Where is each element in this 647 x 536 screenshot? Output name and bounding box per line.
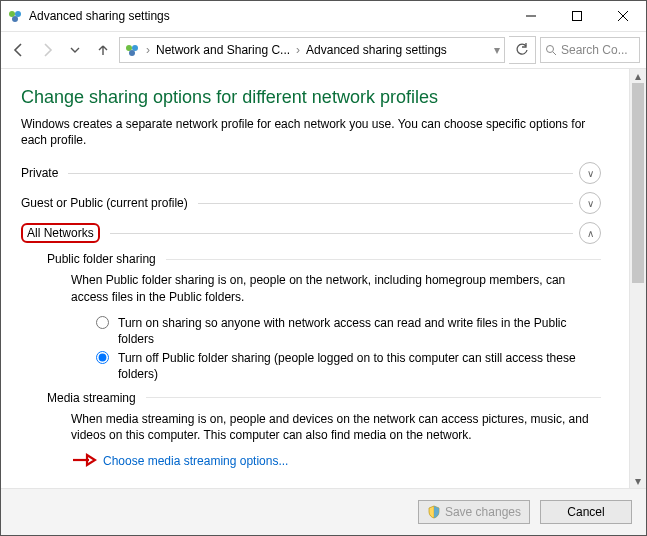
button-label: Cancel bbox=[567, 505, 604, 519]
control-panel-icon bbox=[7, 8, 23, 24]
svg-point-0 bbox=[9, 11, 15, 17]
radio-turn-off-public-sharing[interactable]: Turn off Public folder sharing (people l… bbox=[91, 350, 601, 382]
scroll-up-icon[interactable]: ▴ bbox=[630, 69, 646, 83]
svg-point-1 bbox=[15, 11, 21, 17]
refresh-button[interactable] bbox=[509, 36, 536, 64]
annotation-highlight: All Networks bbox=[21, 223, 100, 243]
nav-back-button[interactable] bbox=[7, 38, 31, 62]
vertical-scrollbar[interactable]: ▴ ▾ bbox=[629, 69, 646, 488]
svg-point-2 bbox=[12, 16, 18, 22]
radio-input[interactable] bbox=[96, 316, 109, 329]
nav-up-button[interactable] bbox=[91, 38, 115, 62]
control-panel-icon bbox=[124, 42, 140, 58]
section-label: All Networks bbox=[27, 226, 94, 240]
radio-label: Turn off Public folder sharing (people l… bbox=[118, 350, 601, 382]
window-title: Advanced sharing settings bbox=[29, 9, 508, 23]
minimize-button[interactable] bbox=[508, 1, 554, 31]
radio-label: Turn on sharing so anyone with network a… bbox=[118, 315, 601, 347]
breadcrumb-sep-icon: › bbox=[146, 43, 150, 57]
media-streaming-description: When media streaming is on, people and d… bbox=[71, 411, 601, 443]
search-icon bbox=[545, 44, 557, 56]
address-bar[interactable]: › Network and Sharing C... › Advanced sh… bbox=[119, 37, 505, 63]
subsection-public-folder-sharing: Public folder sharing bbox=[47, 252, 601, 266]
public-folder-description: When Public folder sharing is on, people… bbox=[71, 272, 601, 304]
maximize-button[interactable] bbox=[554, 1, 600, 31]
button-label: Save changes bbox=[445, 505, 521, 519]
annotation-arrow-icon bbox=[71, 453, 97, 470]
chevron-down-icon[interactable]: ▾ bbox=[494, 43, 500, 57]
subsection-label: Public folder sharing bbox=[47, 252, 156, 266]
svg-line-11 bbox=[553, 52, 556, 55]
scroll-thumb[interactable] bbox=[632, 83, 644, 283]
search-placeholder: Search Co... bbox=[561, 43, 628, 57]
save-changes-button[interactable]: Save changes bbox=[418, 500, 530, 524]
section-guest-public[interactable]: Guest or Public (current profile) ∨ bbox=[21, 192, 601, 214]
section-label: Private bbox=[21, 166, 58, 180]
svg-point-8 bbox=[132, 45, 138, 51]
svg-point-10 bbox=[547, 46, 554, 53]
search-input[interactable]: Search Co... bbox=[540, 37, 640, 63]
nav-recent-button[interactable] bbox=[63, 38, 87, 62]
chevron-down-icon[interactable]: ∨ bbox=[579, 192, 601, 214]
close-button[interactable] bbox=[600, 1, 646, 31]
breadcrumb[interactable]: Advanced sharing settings bbox=[306, 43, 447, 57]
radio-input[interactable] bbox=[96, 351, 109, 364]
page-title: Change sharing options for different net… bbox=[21, 87, 601, 108]
breadcrumb[interactable]: Network and Sharing C... bbox=[156, 43, 290, 57]
nav-forward-button[interactable] bbox=[35, 38, 59, 62]
subsection-media-streaming: Media streaming bbox=[47, 391, 601, 405]
radio-turn-on-public-sharing[interactable]: Turn on sharing so anyone with network a… bbox=[91, 315, 601, 347]
subsection-label: Media streaming bbox=[47, 391, 136, 405]
section-all-networks[interactable]: All Networks ∧ bbox=[21, 222, 601, 244]
section-private[interactable]: Private ∨ bbox=[21, 162, 601, 184]
media-streaming-options-link[interactable]: Choose media streaming options... bbox=[103, 454, 288, 468]
svg-point-9 bbox=[129, 50, 135, 56]
scroll-down-icon[interactable]: ▾ bbox=[630, 474, 646, 488]
breadcrumb-sep-icon: › bbox=[296, 43, 300, 57]
page-description: Windows creates a separate network profi… bbox=[21, 116, 601, 148]
shield-icon bbox=[427, 505, 441, 519]
cancel-button[interactable]: Cancel bbox=[540, 500, 632, 524]
svg-point-7 bbox=[126, 45, 132, 51]
chevron-up-icon[interactable]: ∧ bbox=[579, 222, 601, 244]
section-label: Guest or Public (current profile) bbox=[21, 196, 188, 210]
chevron-down-icon[interactable]: ∨ bbox=[579, 162, 601, 184]
svg-rect-4 bbox=[573, 12, 582, 21]
